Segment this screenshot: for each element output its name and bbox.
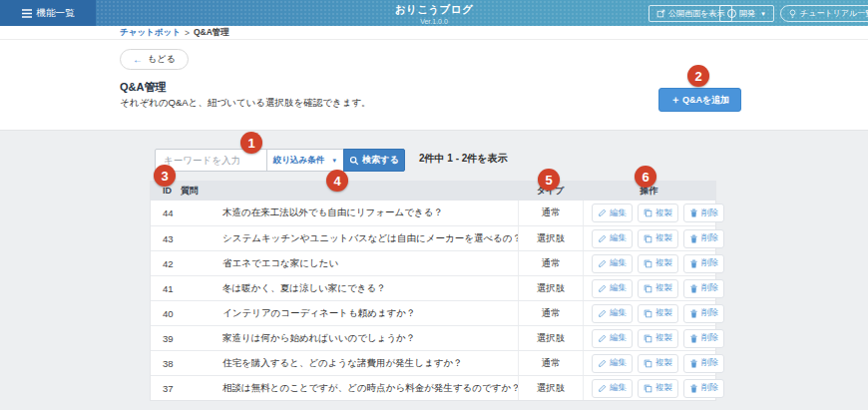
delete-button[interactable]: 削除 (683, 379, 724, 398)
back-button[interactable]: ← もどる (120, 49, 189, 70)
row-type: 選択肢 (518, 376, 583, 400)
breadcrumb-parent-link[interactable]: チャットボット (120, 27, 181, 39)
delete-button[interactable]: 削除 (683, 254, 724, 273)
delete-button[interactable]: 削除 (683, 229, 724, 248)
trash-icon (689, 284, 698, 293)
row-question: 相談は無料とのことですが、どの時点から料金が発生するのですか？ (181, 382, 518, 395)
edit-button[interactable]: 編集 (592, 229, 633, 248)
row-actions: 編集 複製 削除 (583, 251, 715, 275)
duplicate-button[interactable]: 複製 (638, 354, 678, 373)
app-title: おりこうブログ (395, 3, 474, 17)
table-row: 44 木造の在来工法以外でも自由にリフォームできる？ 通常 編集 複製 削除 (151, 201, 715, 225)
tutorial-label: チュートリアル一覧 (800, 8, 868, 19)
delete-button[interactable]: 削除 (683, 304, 724, 323)
row-question: 省エネでエコな家にしたい (181, 257, 518, 270)
edit-button[interactable]: 編集 (592, 254, 633, 273)
row-question: システムキッチンやユニットバスなどは自由にメーカーを選べるの？ (181, 232, 518, 245)
search-label: 検索する (362, 154, 398, 167)
header-question: 質問 (181, 185, 518, 198)
row-id: 43 (151, 233, 181, 244)
plus-icon: ＋ (670, 93, 680, 107)
edit-button[interactable]: 編集 (592, 279, 633, 298)
delete-button[interactable]: 削除 (683, 279, 724, 298)
edit-button[interactable]: 編集 (592, 304, 633, 323)
row-type: 通常 (518, 251, 583, 275)
add-qa-button[interactable]: ＋ Q&Aを追加 (658, 88, 741, 112)
table-body: 44 木造の在来工法以外でも自由にリフォームできる？ 通常 編集 複製 削除 4… (151, 201, 715, 400)
row-type: 選択肢 (518, 276, 583, 300)
duplicate-button[interactable]: 複製 (638, 229, 678, 248)
filter-conditions-dropdown[interactable]: 絞り込み条件 ▼ (266, 149, 344, 172)
edit-button[interactable]: 編集 (592, 329, 633, 348)
duplicate-button[interactable]: 複製 (638, 304, 678, 323)
row-actions: 編集 複製 削除 (583, 376, 715, 400)
trash-icon (689, 359, 698, 368)
duplicate-button[interactable]: 複製 (638, 204, 678, 222)
annotation-badge-4: 4 (326, 170, 348, 192)
row-id: 37 (151, 383, 181, 394)
breadcrumb-separator: > (185, 28, 190, 38)
row-question: 木造の在来工法以外でも自由にリフォームできる？ (181, 206, 518, 219)
edit-button[interactable]: 編集 (592, 354, 633, 373)
row-actions: 編集 複製 削除 (583, 226, 715, 250)
page-title: Q&A管理 (120, 80, 166, 95)
row-question: 家造りは何から始めればいいのでしょうか？ (181, 332, 518, 345)
delete-button[interactable]: 削除 (683, 329, 724, 348)
duplicate-button[interactable]: 複製 (638, 329, 678, 348)
chevron-down-icon: ▼ (331, 158, 337, 164)
env-label: 開発 (739, 8, 755, 19)
edit-icon (598, 334, 607, 343)
annotation-badge-5: 5 (538, 169, 560, 191)
row-type: 通常 (518, 201, 583, 225)
edit-icon (598, 309, 607, 318)
duplicate-button[interactable]: 複製 (638, 379, 678, 398)
delete-button[interactable]: 削除 (683, 354, 724, 373)
app-title-block: おりこうブログ Ver.1.0.0 (395, 3, 474, 25)
app-version: Ver.1.0.0 (395, 18, 474, 25)
trash-icon (689, 208, 698, 217)
edit-icon (598, 234, 607, 243)
back-arrow-icon: ← (133, 54, 143, 65)
annotation-badge-1: 1 (240, 132, 262, 154)
row-id: 39 (151, 333, 181, 344)
breadcrumb-current: Q&A管理 (194, 27, 229, 39)
edit-icon (598, 259, 607, 268)
duplicate-button[interactable]: 複製 (638, 254, 678, 273)
row-actions: 編集 複製 削除 (583, 276, 715, 300)
duplicate-button[interactable]: 複製 (638, 279, 678, 298)
menu-button[interactable]: 機能一覧 (0, 0, 96, 26)
row-id: 38 (151, 358, 181, 369)
copy-icon (644, 259, 652, 268)
filter-label: 絞り込み条件 (273, 155, 324, 167)
row-id: 41 (151, 283, 181, 294)
row-actions: 編集 複製 削除 (583, 351, 715, 375)
edit-icon (598, 208, 607, 217)
edit-button[interactable]: 編集 (592, 379, 633, 398)
table-row: 40 インテリアのコーディネートも頼めますか？ 通常 編集 複製 削除 (151, 300, 715, 325)
trash-icon (689, 334, 698, 343)
table-row: 41 冬は暖かく、夏は涼しい家にできる？ 選択肢 編集 複製 削除 (151, 275, 715, 300)
edit-button[interactable]: 編集 (592, 204, 633, 222)
environment-dropdown[interactable]: i 開発 ▼ (719, 5, 774, 22)
row-type: 通常 (518, 351, 583, 375)
row-type: 選択肢 (518, 226, 583, 250)
delete-button[interactable]: 削除 (683, 204, 724, 222)
tutorial-list-button[interactable]: チュートリアル一覧 (780, 5, 868, 22)
copy-icon (644, 384, 652, 393)
top-navbar: 機能一覧 おりこうブログ Ver.1.0.0 公開画面を表示 i 開発 ▼ チュ… (0, 0, 868, 26)
add-qa-label: Q&Aを追加 (682, 94, 729, 107)
table-row: 37 相談は無料とのことですが、どの時点から料金が発生するのですか？ 選択肢 編… (151, 375, 715, 400)
result-count: 2件中 1 - 2件を表示 (419, 152, 508, 166)
copy-icon (644, 334, 652, 343)
preview-label: 公開画面を表示 (668, 8, 724, 19)
trash-icon (689, 309, 698, 318)
qa-table: ID 質問 タイプ 操作 44 木造の在来工法以外でも自由にリフォームできる？ … (150, 181, 716, 401)
search-button[interactable]: 検索する (343, 149, 405, 172)
annotation-badge-6: 6 (635, 166, 656, 188)
page-header-section: ← もどる Q&A管理 それぞれのQ&Aと、紐づいている選択肢を確認できます。 … (0, 40, 868, 131)
hamburger-icon (22, 9, 32, 18)
row-id: 40 (151, 308, 181, 319)
trash-icon (689, 259, 698, 268)
back-label: もどる (148, 53, 176, 66)
row-question: 冬は暖かく、夏は涼しい家にできる？ (181, 282, 518, 295)
